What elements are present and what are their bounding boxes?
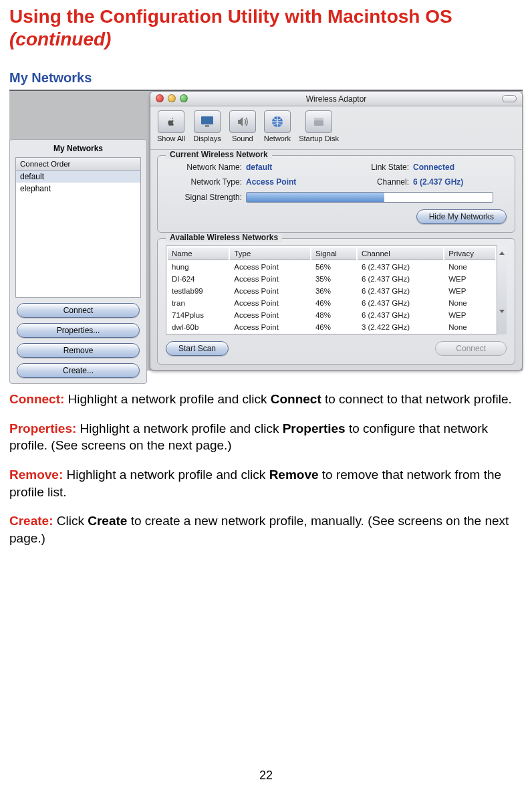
disk-icon [305, 110, 332, 133]
network-name-value: default [246, 163, 353, 172]
create-button[interactable]: Create... [17, 363, 140, 378]
apple-icon [158, 110, 184, 133]
page-title: Using the Configuration Utility with Mac… [9, 0, 523, 50]
svg-rect-4 [314, 118, 323, 120]
wireless-adaptor-window: Wireless Adaptor Show All Displays Sound… [150, 91, 523, 371]
connect-available-button[interactable]: Connect [435, 341, 507, 356]
link-state-value: Connected [413, 163, 493, 172]
table-row[interactable]: dwl-60bAccess Point46%3 (2.422 GHz)None [168, 322, 495, 332]
scrollbar[interactable] [497, 245, 507, 334]
table-row[interactable]: testlab99Access Point36%6 (2.437 GHz)WEP [168, 286, 495, 296]
list-item[interactable]: default [16, 171, 140, 183]
toolbar-displays[interactable]: Displays [193, 110, 221, 142]
toolbar-show-all[interactable]: Show All [157, 110, 185, 142]
desc-properties: Properties: Highlight a network profile … [9, 420, 523, 454]
connect-order-list[interactable]: Connect Order defaultelephant [15, 157, 141, 298]
available-networks-fieldset: Available Wireless Networks Name Type Si… [157, 238, 515, 365]
window-titlebar[interactable]: Wireless Adaptor [150, 92, 522, 106]
desc-create: Create: Click Create to create a new net… [9, 512, 523, 547]
connect-order-header[interactable]: Connect Order [16, 158, 140, 171]
toolbar-network[interactable]: Network [264, 110, 291, 142]
network-type-value: Access Point [246, 177, 353, 187]
zoom-icon[interactable] [180, 94, 188, 102]
create-term: Create: [9, 514, 53, 528]
prefs-toolbar: Show All Displays Sound Network Startup … [150, 106, 522, 150]
channel-label: Channel: [353, 177, 413, 187]
window-title-text: Wireless Adaptor [306, 94, 367, 104]
title-continued: (continued) [9, 29, 111, 50]
col-name[interactable]: Name [168, 248, 229, 260]
properties-button[interactable]: Properties... [17, 323, 140, 338]
list-item[interactable]: elephant [16, 183, 140, 195]
current-legend: Current Wireless Network [166, 150, 272, 159]
table-row[interactable]: hungAccess Point56%6 (2.437 GHz)None [168, 262, 495, 272]
toolbar-network-label: Network [264, 134, 291, 142]
toolbar-toggle-icon[interactable] [502, 95, 517, 102]
my-networks-panel: My Networks Connect Order defaultelephan… [9, 139, 147, 384]
signal-strength-bar [246, 192, 493, 203]
current-wireless-fieldset: Current Wireless Network Network Name: d… [157, 155, 515, 233]
traffic-lights [156, 94, 188, 102]
display-icon [194, 110, 221, 133]
start-scan-button[interactable]: Start Scan [166, 341, 229, 356]
available-legend: Available Wireless Networks [166, 233, 282, 242]
table-row[interactable]: DI-624Access Point35%6 (2.437 GHz)WEP [168, 274, 495, 284]
available-networks-table[interactable]: Name Type Signal Channel Privacy hungAcc… [166, 245, 497, 334]
hide-my-networks-button[interactable]: Hide My Networks [416, 209, 507, 224]
col-channel[interactable]: Channel [358, 248, 443, 260]
remove-button[interactable]: Remove [17, 343, 140, 358]
section-heading: My Networks [9, 70, 523, 86]
table-row[interactable]: tranAccess Point46%6 (2.437 GHz)None [168, 298, 495, 308]
svg-rect-0 [201, 116, 213, 124]
link-state-label: Link State: [353, 163, 413, 172]
toolbar-sound[interactable]: Sound [229, 110, 256, 142]
svg-rect-1 [205, 125, 209, 127]
desc-remove: Remove: Highlight a network profile and … [9, 466, 523, 500]
toolbar-startup-disk[interactable]: Startup Disk [299, 110, 339, 142]
col-privacy[interactable]: Privacy [444, 248, 495, 260]
svg-rect-3 [314, 120, 323, 126]
page-number: 22 [0, 769, 532, 783]
network-name-label: Network Name: [166, 163, 246, 172]
signal-strength-label: Signal Strength: [166, 193, 246, 202]
col-signal[interactable]: Signal [311, 248, 356, 260]
my-networks-heading: My Networks [10, 140, 146, 156]
minimize-icon[interactable] [168, 94, 176, 102]
network-icon [264, 110, 291, 133]
title-line1: Using the Configuration Utility with Mac… [9, 6, 452, 27]
toolbar-sound-label: Sound [232, 134, 253, 142]
description-text: Connect: Highlight a network profile and… [9, 391, 523, 547]
connect-term: Connect: [9, 392, 64, 406]
sound-icon [229, 110, 256, 133]
table-row[interactable]: 714PplusAccess Point48%6 (2.437 GHz)WEP [168, 310, 495, 320]
toolbar-show-all-label: Show All [157, 134, 185, 142]
remove-term: Remove: [9, 468, 63, 482]
connect-button[interactable]: Connect [17, 303, 140, 318]
close-icon[interactable] [156, 94, 164, 102]
desc-connect: Connect: Highlight a network profile and… [9, 391, 523, 408]
properties-term: Properties: [9, 421, 76, 435]
channel-value: 6 (2.437 GHz) [413, 177, 493, 187]
network-type-label: Network Type: [166, 177, 246, 187]
toolbar-displays-label: Displays [193, 134, 221, 142]
col-type[interactable]: Type [230, 248, 310, 260]
toolbar-startup-label: Startup Disk [299, 134, 339, 142]
